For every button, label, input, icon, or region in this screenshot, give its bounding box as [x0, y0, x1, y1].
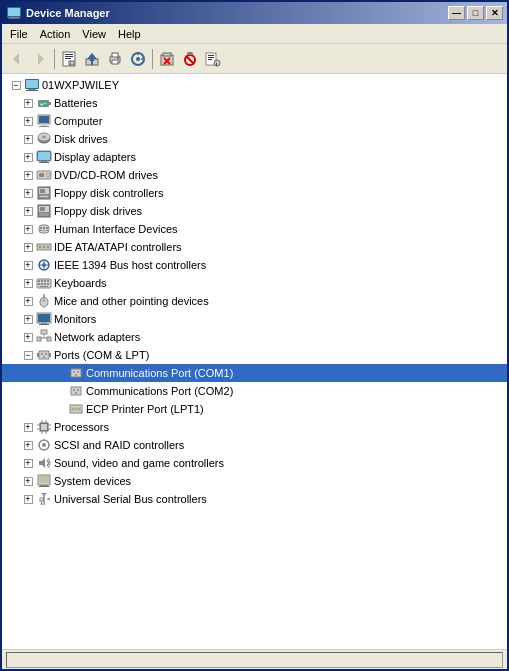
update-driver-button[interactable] [81, 48, 103, 70]
expand-batteries[interactable]: + [20, 95, 36, 111]
expand-ieee[interactable]: + [20, 257, 36, 273]
list-item[interactable]: + DVD/CD-ROM drives [2, 166, 507, 184]
device-tree[interactable]: − 01WXPJWILEY + +− [2, 74, 507, 649]
expand-keyboards[interactable]: + [20, 275, 36, 291]
list-item[interactable]: + Disk drives [2, 130, 507, 148]
list-item-com1[interactable]: Communications Port (COM1) [2, 364, 507, 382]
print-button[interactable] [104, 48, 126, 70]
svg-point-18 [117, 57, 119, 59]
list-item[interactable]: Communications Port (COM2) [2, 382, 507, 400]
forward-button[interactable] [29, 48, 51, 70]
monitors-label: Monitors [54, 313, 96, 325]
root-expand-icon[interactable]: − [8, 77, 24, 93]
svg-rect-32 [208, 55, 214, 56]
properties-button[interactable]: i [58, 48, 80, 70]
list-item[interactable]: + Network adapters [2, 328, 507, 346]
list-item[interactable]: + IEEE 1394 Bus host controllers [2, 256, 507, 274]
list-item[interactable]: + Monitors [2, 310, 507, 328]
svg-rect-89 [44, 280, 46, 282]
svg-rect-38 [26, 80, 38, 88]
list-item[interactable]: + Mice and other pointing devices [2, 292, 507, 310]
svg-point-78 [43, 246, 45, 248]
usb-label: Universal Serial Bus controllers [54, 493, 207, 505]
root-label: 01WXPJWILEY [42, 79, 119, 91]
svg-rect-69 [40, 227, 42, 229]
minimize-button[interactable]: — [448, 6, 465, 20]
maximize-button[interactable]: □ [467, 6, 484, 20]
close-button[interactable]: ✕ [486, 6, 503, 20]
menu-view[interactable]: View [76, 26, 112, 42]
expand-scsi[interactable]: + [20, 437, 36, 453]
list-item[interactable]: + SCSI and RAID controllers [2, 436, 507, 454]
svg-point-113 [45, 353, 47, 355]
system-label: System devices [54, 475, 131, 487]
list-item[interactable]: + Floppy disk drives [2, 202, 507, 220]
expand-sound[interactable]: + [20, 455, 36, 471]
list-item[interactable]: + Processors [2, 418, 507, 436]
list-item[interactable]: + Keyboards [2, 274, 507, 292]
expand-floppy[interactable]: + [20, 203, 36, 219]
scan-changes-button[interactable] [127, 48, 149, 70]
expand-usb[interactable]: + [20, 491, 36, 507]
keyboard-icon [36, 275, 52, 291]
menu-action[interactable]: Action [34, 26, 77, 42]
disable-button[interactable] [179, 48, 201, 70]
expand-computer[interactable]: + [20, 113, 36, 129]
svg-rect-53 [38, 152, 50, 160]
dvd-label: DVD/CD-ROM drives [54, 169, 158, 181]
list-item[interactable]: ECP Printer Port (LPT1) [2, 400, 507, 418]
expand-ide[interactable]: + [20, 239, 36, 255]
svg-rect-43 [49, 102, 51, 105]
usb-icon [36, 491, 52, 507]
window-icon [6, 5, 22, 21]
expand-disk[interactable]: + [20, 131, 36, 147]
svg-point-77 [39, 246, 41, 248]
lpt1-no-expand [52, 401, 68, 417]
batteries-icon: +− [36, 95, 52, 111]
display-icon [36, 149, 52, 165]
menu-help[interactable]: Help [112, 26, 147, 42]
expand-mice[interactable]: + [20, 293, 36, 309]
ide-label: IDE ATA/ATAPI controllers [54, 241, 182, 253]
svg-point-129 [78, 408, 80, 410]
svg-rect-92 [41, 283, 43, 285]
expand-proc[interactable]: + [20, 419, 36, 435]
list-item[interactable]: + Floppy disk controllers [2, 184, 507, 202]
expand-monitors[interactable]: + [20, 311, 36, 327]
svg-point-155 [41, 503, 43, 505]
svg-rect-57 [39, 173, 44, 177]
expand-ports[interactable]: − [20, 347, 36, 363]
list-item[interactable]: + Universal Serial Bus controllers [2, 490, 507, 508]
expand-display[interactable]: + [20, 149, 36, 165]
status-text [6, 652, 503, 668]
computer-label: Computer [54, 115, 102, 127]
list-item[interactable]: − Ports (COM & LPT) [2, 346, 507, 364]
sound-icon [36, 455, 52, 471]
svg-marker-146 [39, 458, 45, 468]
properties2-button[interactable]: i [202, 48, 224, 70]
com2-icon [68, 383, 84, 399]
svg-rect-9 [65, 58, 71, 59]
status-bar [2, 649, 507, 669]
expand-network[interactable]: + [20, 329, 36, 345]
list-item[interactable]: + Display adapters [2, 148, 507, 166]
list-item[interactable]: + Computer [2, 112, 507, 130]
expand-dvd[interactable]: + [20, 167, 36, 183]
expand-hid[interactable]: + [20, 221, 36, 237]
ports-label: Ports (COM & LPT) [54, 349, 149, 361]
svg-marker-4 [13, 53, 19, 65]
list-item[interactable]: + Human Interface Devices [2, 220, 507, 238]
list-item[interactable]: + Sound, video and game controllers [2, 454, 507, 472]
expand-system[interactable]: + [20, 473, 36, 489]
list-item[interactable]: + IDE ATA/ATAPI controllers [2, 238, 507, 256]
back-button[interactable] [6, 48, 28, 70]
tree-root[interactable]: − 01WXPJWILEY [2, 76, 507, 94]
expand-floppy-ctrl[interactable]: + [20, 185, 36, 201]
ide-icon [36, 239, 52, 255]
display-label: Display adapters [54, 151, 136, 163]
uninstall-button[interactable] [156, 48, 178, 70]
list-item[interactable]: + System devices [2, 472, 507, 490]
svg-point-119 [77, 371, 79, 373]
menu-file[interactable]: File [4, 26, 34, 42]
list-item[interactable]: + +− Batteries [2, 94, 507, 112]
